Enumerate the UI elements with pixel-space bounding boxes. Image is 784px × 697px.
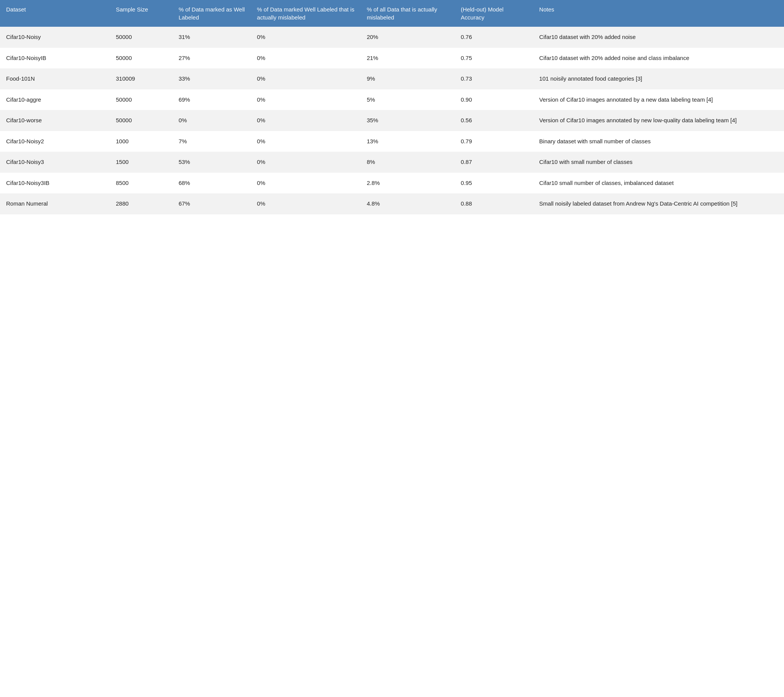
cell-pct_well: 69% [172, 89, 250, 110]
cell-pct_mislabeled_all: 9% [361, 68, 455, 89]
cell-pct_mislabeled_well: 0% [251, 152, 361, 173]
cell-pct_mislabeled_well: 0% [251, 173, 361, 194]
cell-sample_size: 50000 [110, 48, 172, 69]
cell-dataset: Cifar10-worse [0, 110, 110, 131]
header-notes: Notes [533, 0, 784, 27]
table-row: Cifar10-NoisyIB5000027%0%21%0.75Cifar10 … [0, 48, 784, 69]
cell-dataset: Roman Numeral [0, 193, 110, 214]
cell-notes: Version of Cifar10 images annotated by n… [533, 110, 784, 131]
cell-sample_size: 8500 [110, 173, 172, 194]
table-row: Cifar10-Noisy3IB850068%0%2.8%0.95Cifar10… [0, 173, 784, 194]
cell-pct_mislabeled_well: 0% [251, 48, 361, 69]
cell-pct_mislabeled_all: 21% [361, 48, 455, 69]
cell-sample_size: 50000 [110, 89, 172, 110]
cell-pct_well: 31% [172, 27, 250, 48]
cell-notes: Binary dataset with small number of clas… [533, 131, 784, 152]
cell-pct_mislabeled_all: 8% [361, 152, 455, 173]
cell-accuracy: 0.73 [455, 68, 533, 89]
header-pct-mislabeled-well: % of Data marked Well Labeled that is ac… [251, 0, 361, 27]
header-accuracy: (Held-out) Model Accuracy [455, 0, 533, 27]
cell-dataset: Cifar10-aggre [0, 89, 110, 110]
table-row: Cifar10-Noisy210007%0%13%0.79Binary data… [0, 131, 784, 152]
cell-notes: Cifar10 dataset with 20% added noise and… [533, 48, 784, 69]
cell-accuracy: 0.56 [455, 110, 533, 131]
cell-pct_well: 33% [172, 68, 250, 89]
cell-accuracy: 0.87 [455, 152, 533, 173]
cell-accuracy: 0.88 [455, 193, 533, 214]
cell-accuracy: 0.90 [455, 89, 533, 110]
cell-pct_well: 53% [172, 152, 250, 173]
data-table: Dataset Sample Size % of Data marked as … [0, 0, 784, 214]
cell-dataset: Cifar10-Noisy3IB [0, 173, 110, 194]
cell-pct_mislabeled_all: 2.8% [361, 173, 455, 194]
cell-dataset: Cifar10-Noisy2 [0, 131, 110, 152]
cell-dataset: Cifar10-Noisy3 [0, 152, 110, 173]
cell-pct_well: 7% [172, 131, 250, 152]
cell-sample_size: 50000 [110, 110, 172, 131]
cell-notes: Cifar10 small number of classes, imbalan… [533, 173, 784, 194]
cell-notes: Cifar10 dataset with 20% added noise [533, 27, 784, 48]
header-pct-mislabeled-all: % of all Data that is actually mislabele… [361, 0, 455, 27]
cell-notes: Cifar10 with small number of classes [533, 152, 784, 173]
cell-sample_size: 1500 [110, 152, 172, 173]
cell-accuracy: 0.95 [455, 173, 533, 194]
table-row: Roman Numeral288067%0%4.8%0.88Small nois… [0, 193, 784, 214]
cell-accuracy: 0.75 [455, 48, 533, 69]
table-row: Cifar10-Noisy3150053%0%8%0.87Cifar10 wit… [0, 152, 784, 173]
cell-sample_size: 310009 [110, 68, 172, 89]
cell-sample_size: 1000 [110, 131, 172, 152]
table-row: Cifar10-aggre5000069%0%5%0.90Version of … [0, 89, 784, 110]
cell-notes: Small noisily labeled dataset from Andre… [533, 193, 784, 214]
table-header-row: Dataset Sample Size % of Data marked as … [0, 0, 784, 27]
cell-notes: Version of Cifar10 images annotated by a… [533, 89, 784, 110]
cell-pct_mislabeled_well: 0% [251, 131, 361, 152]
cell-pct_mislabeled_all: 4.8% [361, 193, 455, 214]
cell-notes: 101 noisily annotated food categories [3… [533, 68, 784, 89]
cell-pct_mislabeled_well: 0% [251, 193, 361, 214]
header-dataset: Dataset [0, 0, 110, 27]
cell-dataset: Cifar10-NoisyIB [0, 48, 110, 69]
header-pct-well: % of Data marked as Well Labeled [172, 0, 250, 27]
cell-sample_size: 50000 [110, 27, 172, 48]
cell-dataset: Cifar10-Noisy [0, 27, 110, 48]
cell-pct_mislabeled_all: 20% [361, 27, 455, 48]
cell-sample_size: 2880 [110, 193, 172, 214]
cell-dataset: Food-101N [0, 68, 110, 89]
cell-pct_well: 67% [172, 193, 250, 214]
cell-pct_well: 27% [172, 48, 250, 69]
cell-accuracy: 0.79 [455, 131, 533, 152]
cell-pct_mislabeled_well: 0% [251, 89, 361, 110]
table-row: Cifar10-worse500000%0%35%0.56Version of … [0, 110, 784, 131]
cell-accuracy: 0.76 [455, 27, 533, 48]
cell-pct_mislabeled_all: 5% [361, 89, 455, 110]
cell-pct_well: 0% [172, 110, 250, 131]
cell-pct_mislabeled_well: 0% [251, 27, 361, 48]
cell-pct_well: 68% [172, 173, 250, 194]
cell-pct_mislabeled_well: 0% [251, 68, 361, 89]
table-row: Cifar10-Noisy5000031%0%20%0.76Cifar10 da… [0, 27, 784, 48]
cell-pct_mislabeled_well: 0% [251, 110, 361, 131]
header-sample-size: Sample Size [110, 0, 172, 27]
cell-pct_mislabeled_all: 35% [361, 110, 455, 131]
cell-pct_mislabeled_all: 13% [361, 131, 455, 152]
table-row: Food-101N31000933%0%9%0.73101 noisily an… [0, 68, 784, 89]
